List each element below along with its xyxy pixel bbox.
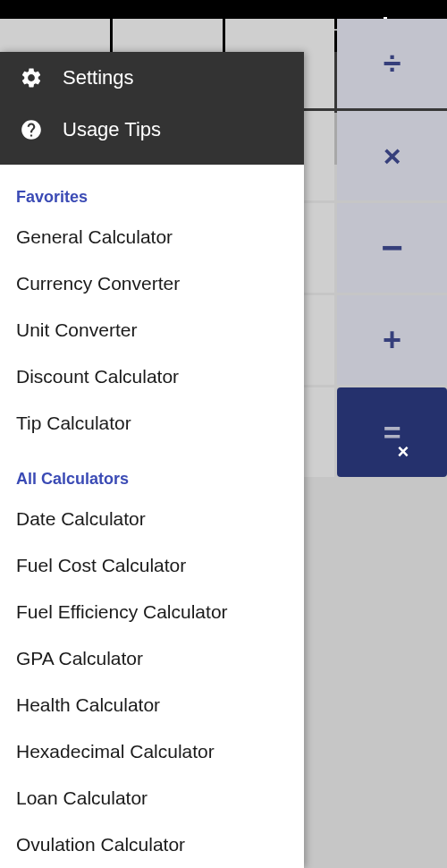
drawer-item[interactable]: Unit Converter — [0, 307, 304, 353]
multiply-icon: × — [384, 139, 401, 174]
drawer-item[interactable]: GPA Calculator — [0, 635, 304, 682]
drawer-item-label: Settings — [63, 66, 134, 89]
drawer-scroll[interactable]: FavoritesGeneral CalculatorCurrency Conv… — [0, 165, 304, 868]
section-header: All Calculators — [0, 447, 304, 496]
plus-icon: + — [383, 321, 401, 359]
help-icon — [20, 118, 43, 141]
backspace-x-icon: × — [398, 440, 409, 464]
drawer-item[interactable]: General Calculator — [0, 214, 304, 260]
plus-button[interactable]: + — [337, 295, 447, 385]
drawer-item[interactable]: Tip Calculator — [0, 400, 304, 447]
multiply-button[interactable]: × — [337, 111, 447, 200]
gear-icon — [20, 66, 43, 89]
drawer-item[interactable]: Ovulation Calculator — [0, 821, 304, 868]
divide-button[interactable]: ÷ — [337, 19, 447, 108]
equals-button[interactable]: = — [337, 387, 447, 477]
drawer-item[interactable]: Hexadecimal Calculator — [0, 728, 304, 775]
drawer-item[interactable]: Date Calculator — [0, 496, 304, 542]
drawer-item-settings[interactable]: Settings — [0, 52, 304, 104]
drawer-item[interactable]: Health Calculator — [0, 682, 304, 728]
navigation-drawer: Settings Usage Tips FavoritesGeneral Cal… — [0, 52, 304, 868]
minus-button[interactable]: − — [337, 203, 447, 293]
drawer-item[interactable]: Currency Converter — [0, 260, 304, 307]
drawer-item[interactable]: Fuel Cost Calculator — [0, 542, 304, 589]
drawer-header: Settings Usage Tips — [0, 52, 304, 165]
drawer-item-label: Usage Tips — [63, 118, 161, 141]
drawer-item[interactable]: Discount Calculator — [0, 353, 304, 400]
drawer-item[interactable]: Fuel Efficiency Calculator — [0, 589, 304, 635]
divide-icon: ÷ — [384, 45, 401, 82]
drawer-item-usage-tips[interactable]: Usage Tips — [0, 104, 304, 156]
drawer-item[interactable]: Loan Calculator — [0, 775, 304, 821]
minus-icon: − — [381, 226, 403, 269]
section-header: Favorites — [0, 165, 304, 214]
